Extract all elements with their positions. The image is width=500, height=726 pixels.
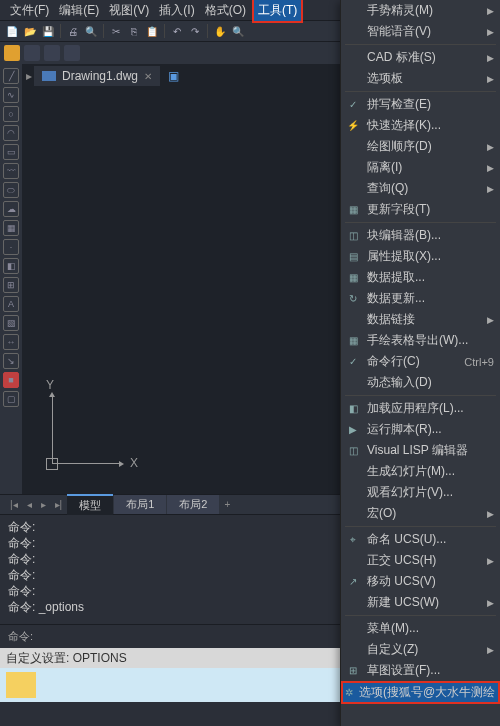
tab-expand-icon[interactable]: ▸	[26, 69, 32, 83]
rect-icon[interactable]: ▭	[3, 144, 19, 160]
wipeout-icon[interactable]: ▢	[3, 391, 19, 407]
light-icon[interactable]	[4, 45, 20, 61]
polyline-icon[interactable]: ∿	[3, 87, 19, 103]
blank-icon	[345, 642, 361, 658]
save-icon[interactable]: 💾	[40, 23, 56, 39]
zoom-icon[interactable]: 🔍	[230, 23, 246, 39]
menu-item[interactable]: 隔离(I)▶	[341, 157, 500, 178]
menu-item[interactable]: 手势精灵(M)▶	[341, 0, 500, 21]
menu-item[interactable]: ⊞草图设置(F)...	[341, 660, 500, 681]
menu-item[interactable]: CAD 标准(S)▶	[341, 47, 500, 68]
leader-icon[interactable]: ↘	[3, 353, 19, 369]
menu-item[interactable]: 数据链接▶	[341, 309, 500, 330]
menu-edit[interactable]: 编辑(E)	[55, 0, 103, 21]
menu-item[interactable]: 宏(O)▶	[341, 503, 500, 524]
menu-item[interactable]: ▦手绘表格导出(W)...	[341, 330, 500, 351]
menu-item-label: 更新字段(T)	[367, 201, 494, 218]
qb-1[interactable]	[24, 45, 40, 61]
▤-icon: ▤	[345, 249, 361, 265]
block-icon[interactable]: ◧	[3, 258, 19, 274]
menu-item[interactable]: ◧加载应用程序(L)...	[341, 398, 500, 419]
blank-icon	[345, 553, 361, 569]
submenu-arrow-icon: ▶	[487, 315, 494, 325]
fill-icon[interactable]: ■	[3, 372, 19, 388]
menu-view[interactable]: 视图(V)	[105, 0, 153, 21]
redo-icon[interactable]: ↷	[187, 23, 203, 39]
menu-item[interactable]: ✓拼写检查(E)	[341, 94, 500, 115]
menu-item[interactable]: 自定义(Z)▶	[341, 639, 500, 660]
new-icon[interactable]: 📄	[4, 23, 20, 39]
undo-icon[interactable]: ↶	[169, 23, 185, 39]
open-icon[interactable]: 📂	[22, 23, 38, 39]
menu-item[interactable]: ▦数据提取...	[341, 267, 500, 288]
qb-3[interactable]	[64, 45, 80, 61]
menu-item[interactable]: 观看幻灯片(V)...	[341, 482, 500, 503]
menu-item[interactable]: ✲选项(搜狐号@大水牛测绘	[341, 681, 500, 704]
close-icon[interactable]: ✕	[144, 71, 152, 82]
tab-layout2[interactable]: 布局2	[167, 495, 219, 514]
tab-model[interactable]: 模型	[67, 494, 113, 515]
last-icon[interactable]: ▸|	[51, 497, 67, 512]
menu-item[interactable]: 查询(Q)▶	[341, 178, 500, 199]
▶-icon: ▶	[345, 422, 361, 438]
menu-tools[interactable]: 工具(T)	[252, 0, 303, 23]
menu-item[interactable]: ▦更新字段(T)	[341, 199, 500, 220]
menu-item-label: 手绘表格导出(W)...	[367, 332, 494, 349]
doc-tab[interactable]: Drawing1.dwg ✕	[34, 66, 160, 86]
menu-item[interactable]: 动态输入(D)	[341, 372, 500, 393]
menu-item[interactable]: ▤属性提取(X)...	[341, 246, 500, 267]
submenu-arrow-icon: ▶	[487, 142, 494, 152]
cloud-icon[interactable]: ☁	[3, 201, 19, 217]
table-icon[interactable]: ⊞	[3, 277, 19, 293]
menu-item[interactable]: ✓命令行(C)Ctrl+9	[341, 351, 500, 372]
menu-item[interactable]: 选项板▶	[341, 68, 500, 89]
menu-item-label: 命名 UCS(U)...	[367, 531, 494, 548]
cut-icon[interactable]: ✂	[108, 23, 124, 39]
menu-item[interactable]: ⚡快速选择(K)...	[341, 115, 500, 136]
first-icon[interactable]: |◂	[6, 497, 22, 512]
separator	[164, 24, 165, 38]
menu-item[interactable]: 生成幻灯片(M)...	[341, 461, 500, 482]
text-icon[interactable]: A	[3, 296, 19, 312]
menu-item[interactable]: ↻数据更新...	[341, 288, 500, 309]
pan-icon[interactable]: ✋	[212, 23, 228, 39]
arc-icon[interactable]: ◠	[3, 125, 19, 141]
⊞-icon: ⊞	[345, 663, 361, 679]
submenu-arrow-icon: ▶	[487, 6, 494, 16]
menu-format[interactable]: 格式(O)	[201, 0, 250, 21]
menu-item-label: 查询(Q)	[367, 180, 481, 197]
dim-icon[interactable]: ↔	[3, 334, 19, 350]
menu-item[interactable]: 新建 UCS(W)▶	[341, 592, 500, 613]
prev-icon[interactable]: ◂	[23, 497, 36, 512]
menu-item[interactable]: ↗移动 UCS(V)	[341, 571, 500, 592]
menu-item[interactable]: 菜单(M)...	[341, 618, 500, 639]
tab-layout1[interactable]: 布局1	[114, 495, 166, 514]
copy-icon[interactable]: ⎘	[126, 23, 142, 39]
menu-item[interactable]: 智能语音(V)▶	[341, 21, 500, 42]
menu-item[interactable]: 正交 UCS(H)▶	[341, 550, 500, 571]
menu-item[interactable]: ◫块编辑器(B)...	[341, 225, 500, 246]
menu-item[interactable]: ⌖命名 UCS(U)...	[341, 529, 500, 550]
circle-icon[interactable]: ○	[3, 106, 19, 122]
print-icon[interactable]: 🖨	[65, 23, 81, 39]
menu-file[interactable]: 文件(F)	[6, 0, 53, 21]
explorer-icon[interactable]	[6, 672, 36, 698]
menu-item[interactable]: ◫Visual LISP 编辑器	[341, 440, 500, 461]
blank-icon	[345, 160, 361, 176]
ellipse-icon[interactable]: ⬭	[3, 182, 19, 198]
menu-item-label: 拼写检查(E)	[367, 96, 494, 113]
paste-icon[interactable]: 📋	[144, 23, 160, 39]
preview-icon[interactable]: 🔍	[83, 23, 99, 39]
region-icon[interactable]: ▧	[3, 315, 19, 331]
qb-2[interactable]	[44, 45, 60, 61]
point-icon[interactable]: ·	[3, 239, 19, 255]
menu-item[interactable]: 绘图顺序(D)▶	[341, 136, 500, 157]
menu-item[interactable]: ▶运行脚本(R)...	[341, 419, 500, 440]
spline-icon[interactable]: 〰	[3, 163, 19, 179]
line-icon[interactable]: ╱	[3, 68, 19, 84]
add-layout-icon[interactable]: +	[220, 497, 234, 512]
next-icon[interactable]: ▸	[37, 497, 50, 512]
new-tab-icon[interactable]: ▣	[168, 69, 179, 83]
menu-insert[interactable]: 插入(I)	[155, 0, 198, 21]
hatch-icon[interactable]: ▦	[3, 220, 19, 236]
